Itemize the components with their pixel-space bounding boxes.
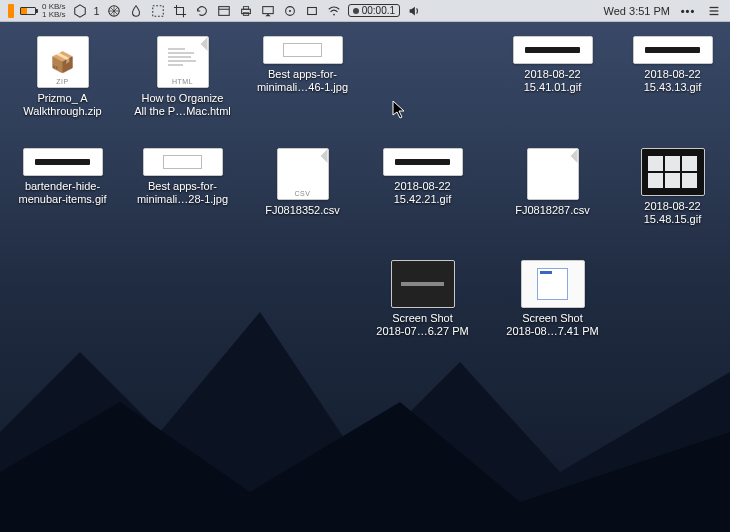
file-label: Best apps-for- minimali…46-1.jpg (257, 68, 348, 94)
circle-dot-icon[interactable] (282, 3, 298, 19)
selection-dashed-icon[interactable] (150, 3, 166, 19)
file-thumbnail: 📦ZIP (37, 36, 89, 88)
droplet-icon[interactable] (128, 3, 144, 19)
file-thumbnail: HTML (157, 36, 209, 88)
desktop-file[interactable]: 2018-08-22 15.42.21.gif (370, 148, 475, 206)
desktop-file[interactable]: 2018-08-22 15.41.01.gif (500, 36, 605, 94)
airplay-icon[interactable] (260, 3, 276, 19)
file-label: FJ0818287.csv (515, 204, 590, 217)
file-thumbnail: CSV (277, 148, 329, 200)
crop-icon[interactable] (172, 3, 188, 19)
file-label: Prizmo_ A Walkthrough.zip (23, 92, 101, 118)
file-label: 2018-08-22 15.42.21.gif (394, 180, 452, 206)
window-icon[interactable] (216, 3, 232, 19)
file-thumbnail (23, 148, 103, 176)
file-type-badge: CSV (295, 190, 311, 197)
refresh-icon[interactable] (194, 3, 210, 19)
file-thumbnail (263, 36, 343, 64)
desktop-file[interactable]: 📦ZIPPrizmo_ A Walkthrough.zip (10, 36, 115, 118)
desktop-file[interactable]: 2018-08-22 15.48.15.gif (620, 148, 725, 226)
file-label: Screen Shot 2018-08…7.41 PM (506, 312, 598, 338)
timer-indicator[interactable]: 00:00.1 (348, 4, 400, 17)
network-rate[interactable]: 0 KB/s 1 KB/s (42, 3, 66, 19)
file-thumbnail (527, 148, 579, 200)
overflow-icon[interactable]: ••• (680, 3, 696, 19)
svg-rect-11 (307, 7, 316, 14)
desktop-file[interactable]: Best apps-for- minimali…46-1.jpg (250, 36, 355, 94)
file-thumbnail (513, 36, 593, 64)
desktop-file[interactable]: Screen Shot 2018-08…7.41 PM (500, 260, 605, 338)
svg-rect-6 (243, 6, 248, 9)
desktop-file[interactable]: 2018-08-22 15.43.13.gif (620, 36, 725, 94)
svg-marker-0 (74, 4, 85, 16)
desktop-file[interactable]: Best apps-for- minimali…28-1.jpg (130, 148, 235, 206)
wifi-icon[interactable] (326, 3, 342, 19)
rect-icon[interactable] (304, 3, 320, 19)
file-thumbnail (143, 148, 223, 176)
svg-rect-8 (262, 6, 273, 13)
desktop-file[interactable]: CSVFJ0818352.csv (250, 148, 355, 217)
desktop-file[interactable]: HTMLHow to Organize All the P…Mac.html (130, 36, 235, 118)
menubar: 0 KB/s 1 KB/s 1 00:00.1 Wed 3:51 PM ••• (0, 0, 730, 22)
svg-point-12 (333, 13, 335, 15)
file-label: bartender-hide- menubar-items.gif (18, 180, 106, 206)
file-thumbnail (521, 260, 585, 308)
file-thumbnail (633, 36, 713, 64)
file-label: How to Organize All the P…Mac.html (134, 92, 231, 118)
svg-rect-3 (218, 6, 229, 15)
file-thumbnail (641, 148, 705, 196)
svg-rect-2 (152, 5, 163, 16)
volume-icon[interactable] (406, 3, 422, 19)
file-label: 2018-08-22 15.41.01.gif (524, 68, 582, 94)
file-type-badge: HTML (172, 78, 193, 85)
zip-art-icon: 📦 (50, 50, 75, 74)
file-label: Best apps-for- minimali…28-1.jpg (137, 180, 228, 206)
printer-icon[interactable] (238, 3, 254, 19)
file-label: Screen Shot 2018-07…6.27 PM (376, 312, 468, 338)
desktop[interactable]: 📦ZIPPrizmo_ A Walkthrough.zipHTMLHow to … (0, 30, 730, 532)
aperture-icon[interactable] (106, 3, 122, 19)
desktop-file[interactable]: bartender-hide- menubar-items.gif (10, 148, 115, 206)
file-label: 2018-08-22 15.48.15.gif (644, 200, 702, 226)
file-label: FJ0818352.csv (265, 204, 340, 217)
file-type-badge: ZIP (56, 78, 68, 85)
battery-icon[interactable] (20, 7, 36, 15)
menubar-clock[interactable]: Wed 3:51 PM (604, 5, 670, 17)
count-badge[interactable]: 1 (94, 5, 100, 17)
desktop-file[interactable]: Screen Shot 2018-07…6.27 PM (370, 260, 475, 338)
file-thumbnail (383, 148, 463, 176)
file-label: 2018-08-22 15.43.13.gif (644, 68, 702, 94)
svg-point-10 (289, 9, 291, 11)
file-thumbnail (391, 260, 455, 308)
menubar-app-icon[interactable] (8, 4, 14, 18)
desktop-file[interactable]: FJ0818287.csv (500, 148, 605, 217)
notification-center-icon[interactable] (706, 3, 722, 19)
hexagon-icon[interactable] (72, 3, 88, 19)
